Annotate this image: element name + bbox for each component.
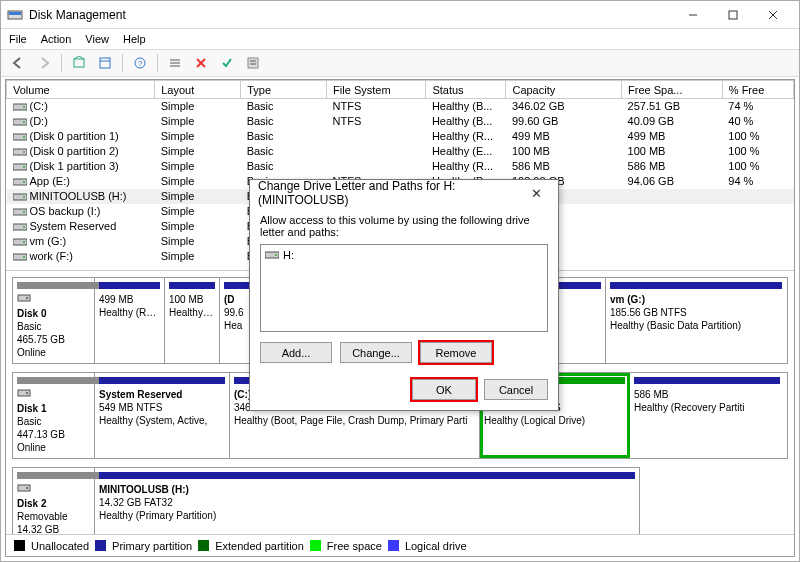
partition[interactable]: MINITOOLUSB (H:)14.32 GB FAT32Healthy (P… [95, 468, 639, 534]
disk-info[interactable]: Disk 1Basic447.13 GBOnline [13, 373, 95, 458]
menu-bar: File Action View Help [1, 29, 799, 49]
drive-path-listbox[interactable]: H: [260, 244, 548, 332]
menu-view[interactable]: View [85, 33, 109, 45]
partition[interactable]: System Reserved549 MB NTFSHealthy (Syste… [95, 373, 230, 458]
svg-point-26 [23, 151, 25, 153]
svg-point-28 [23, 166, 25, 168]
svg-rect-16 [248, 58, 258, 68]
drive-icon [13, 192, 27, 202]
svg-point-40 [23, 256, 25, 258]
disk-icon [17, 481, 90, 497]
disk-icon [17, 386, 90, 402]
drive-icon [13, 207, 27, 217]
maximize-button[interactable] [713, 3, 753, 27]
volume-row[interactable]: (Disk 1 partition 3)SimpleBasicHealthy (… [7, 159, 794, 174]
legend-logical: Logical drive [405, 540, 467, 552]
svg-point-38 [23, 241, 25, 243]
partition[interactable]: vm (G:)185.56 GB NTFSHealthy (Basic Data… [606, 278, 786, 363]
svg-point-42 [26, 297, 28, 299]
col-pct[interactable]: % Free [722, 81, 793, 99]
svg-point-30 [23, 181, 25, 183]
volume-row[interactable]: (Disk 0 partition 1)SimpleBasicHealthy (… [7, 129, 794, 144]
volume-row[interactable]: (D:)SimpleBasicNTFSHealthy (B...99.60 GB… [7, 114, 794, 129]
menu-help[interactable]: Help [123, 33, 146, 45]
svg-point-22 [23, 121, 25, 123]
drive-icon [13, 222, 27, 232]
legend-logical-swatch [388, 540, 399, 551]
toolbar: ? [1, 49, 799, 77]
svg-point-20 [23, 106, 25, 108]
legend-free: Free space [327, 540, 382, 552]
drive-icon [13, 102, 27, 112]
legend-unallocated-swatch [14, 540, 25, 551]
col-fs[interactable]: File System [327, 81, 426, 99]
ok-button[interactable]: OK [412, 379, 476, 400]
volume-row[interactable]: (Disk 0 partition 2)SimpleBasicHealthy (… [7, 144, 794, 159]
help-icon[interactable]: ? [129, 52, 151, 74]
refresh-icon[interactable] [68, 52, 90, 74]
menu-action[interactable]: Action [41, 33, 72, 45]
title-bar: Disk Management [1, 1, 799, 29]
svg-point-36 [23, 226, 25, 228]
view-icon[interactable] [94, 52, 116, 74]
legend: Unallocated Primary partition Extended p… [6, 534, 794, 556]
drive-icon [13, 237, 27, 247]
drive-icon [13, 177, 27, 187]
drive-path-item[interactable]: H: [265, 249, 543, 261]
legend-extended: Extended partition [215, 540, 304, 552]
svg-point-48 [275, 254, 277, 256]
col-cap[interactable]: Capacity [506, 81, 622, 99]
svg-point-46 [26, 487, 28, 489]
col-type[interactable]: Type [241, 81, 327, 99]
partition[interactable]: 586 MBHealthy (Recovery Partiti [630, 373, 784, 458]
list-icon[interactable] [164, 52, 186, 74]
forward-icon[interactable] [33, 52, 55, 74]
dialog-label: Allow access to this volume by using the… [260, 214, 548, 238]
app-icon [7, 7, 23, 23]
partition[interactable]: 100 MBHealthy (E [165, 278, 220, 363]
dialog-titlebar: Change Drive Letter and Paths for H: (MI… [250, 180, 558, 206]
volume-row[interactable]: (C:)SimpleBasicNTFSHealthy (B...346.02 G… [7, 99, 794, 114]
svg-point-44 [26, 392, 28, 394]
svg-rect-3 [729, 11, 737, 19]
drive-icon [13, 147, 27, 157]
window-title: Disk Management [29, 8, 673, 22]
svg-point-34 [23, 211, 25, 213]
drive-icon [265, 250, 279, 260]
svg-point-32 [23, 196, 25, 198]
remove-button[interactable]: Remove [420, 342, 492, 363]
disk-info[interactable]: Disk 2Removable14.32 GBOnline [13, 468, 95, 534]
window-buttons [673, 3, 793, 27]
check-icon[interactable] [216, 52, 238, 74]
col-layout[interactable]: Layout [155, 81, 241, 99]
svg-rect-1 [9, 12, 21, 15]
svg-rect-43 [18, 390, 30, 396]
add-button[interactable]: Add... [260, 342, 332, 363]
change-drive-letter-dialog: Change Drive Letter and Paths for H: (MI… [249, 179, 559, 411]
menu-file[interactable]: File [9, 33, 27, 45]
close-button[interactable] [753, 3, 793, 27]
disk-info[interactable]: Disk 0Basic465.75 GBOnline [13, 278, 95, 363]
disk-icon [17, 291, 90, 307]
drive-icon [13, 162, 27, 172]
back-icon[interactable] [7, 52, 29, 74]
svg-point-24 [23, 136, 25, 138]
dialog-title: Change Drive Letter and Paths for H: (MI… [258, 179, 522, 207]
properties-icon[interactable] [242, 52, 264, 74]
col-status[interactable]: Status [426, 81, 506, 99]
legend-free-swatch [310, 540, 321, 551]
partition[interactable]: 499 MBHealthy (Reco [95, 278, 165, 363]
drive-path-text: H: [283, 249, 294, 261]
drive-icon [13, 252, 27, 262]
col-volume[interactable]: Volume [7, 81, 155, 99]
dialog-close-button[interactable]: ✕ [522, 186, 550, 201]
svg-text:?: ? [138, 59, 143, 68]
col-free[interactable]: Free Spa... [622, 81, 723, 99]
drive-icon [13, 117, 27, 127]
delete-icon[interactable] [190, 52, 212, 74]
change-button[interactable]: Change... [340, 342, 412, 363]
legend-primary: Primary partition [112, 540, 192, 552]
minimize-button[interactable] [673, 3, 713, 27]
legend-primary-swatch [95, 540, 106, 551]
cancel-button[interactable]: Cancel [484, 379, 548, 400]
